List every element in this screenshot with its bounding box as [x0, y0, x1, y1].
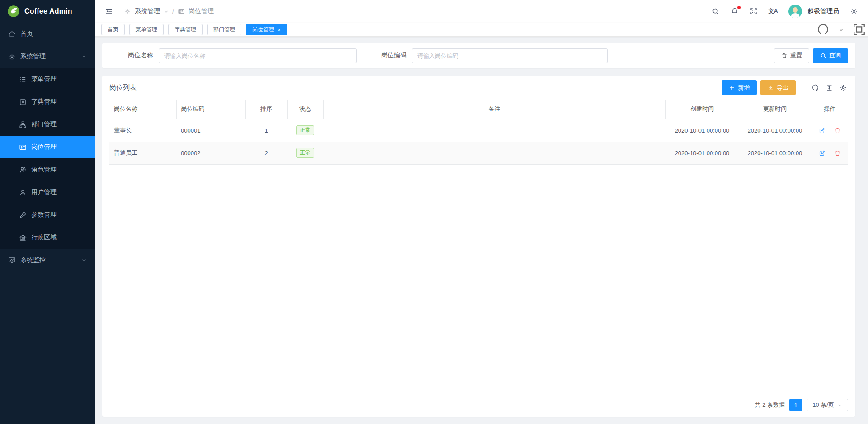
- cell-actions: [811, 142, 848, 164]
- cell-updated: 2020-10-01 00:00:00: [739, 119, 811, 142]
- row-height-icon[interactable]: [826, 84, 833, 91]
- edit-icon[interactable]: [819, 127, 826, 134]
- sidebar-item-label: 行政区域: [31, 233, 57, 242]
- tab-home[interactable]: 首页: [101, 24, 125, 35]
- tab-options-chevron-icon[interactable]: [832, 23, 850, 36]
- sidebar-item-user-management[interactable]: 用户管理: [0, 181, 95, 204]
- topbar-actions: 文A 超级管理员: [712, 5, 858, 18]
- top-bar: 系统管理 / 岗位管理: [95, 0, 868, 23]
- cell-remark: [323, 119, 665, 142]
- status-badge: 正常: [296, 148, 314, 158]
- pagination: 共 2 条数据 1 10 条/页: [109, 393, 848, 417]
- sidebar-submenu-system: 菜单管理 字典管理 部门管理: [0, 68, 95, 249]
- translate-icon[interactable]: 文A: [769, 7, 778, 15]
- chevron-up-icon: [81, 54, 87, 59]
- role-icon: [19, 166, 27, 174]
- username[interactable]: 超级管理员: [807, 7, 839, 15]
- tab-label: 部门管理: [213, 26, 235, 33]
- user-icon: [19, 189, 27, 196]
- app-logo: Coffee Admin: [0, 0, 95, 23]
- avatar[interactable]: [788, 5, 802, 18]
- menu-fold-icon[interactable]: [105, 7, 113, 15]
- list-icon: [19, 76, 27, 83]
- sidebar-item-role-management[interactable]: 角色管理: [0, 158, 95, 181]
- app-title: Coffee Admin: [24, 7, 72, 15]
- sidebar-nav: 首页 系统管理 菜单管理: [0, 23, 95, 272]
- notification-bell[interactable]: [731, 7, 739, 15]
- card-title: 岗位列表: [109, 83, 137, 92]
- wrench-icon: [19, 211, 27, 219]
- cell-post-code: 000002: [176, 142, 245, 164]
- col-actions: 操作: [811, 100, 848, 119]
- search-icon[interactable]: [712, 7, 720, 15]
- page-1-button[interactable]: 1: [789, 399, 802, 411]
- sidebar-item-label: 用户管理: [31, 188, 57, 196]
- bank-icon: [19, 234, 27, 242]
- add-button[interactable]: 新增: [722, 80, 757, 95]
- sidebar-item-menu-management[interactable]: 菜单管理: [0, 68, 95, 91]
- trash-icon: [781, 52, 788, 59]
- cell-sort: 1: [245, 119, 287, 142]
- sidebar-item-home[interactable]: 首页: [0, 23, 95, 45]
- gear-icon: [8, 53, 16, 61]
- col-created: 创建时间: [665, 100, 739, 119]
- sidebar-item-admin-region[interactable]: 行政区域: [0, 226, 95, 249]
- refresh-icon[interactable]: [811, 84, 819, 91]
- post-name-label: 岗位名称: [109, 52, 157, 60]
- id-card-icon: [178, 8, 185, 15]
- cell-sort: 2: [245, 142, 287, 164]
- post-code-input[interactable]: [412, 48, 608, 63]
- sidebar-item-label: 菜单管理: [31, 75, 57, 83]
- table-row: 普通员工 000002 2 正常 2020-10-01 00:00:00 202…: [109, 142, 848, 164]
- breadcrumb-section[interactable]: 系统管理: [135, 7, 160, 15]
- post-list-card: 岗位列表 新增 导出: [102, 76, 855, 417]
- tab-refresh-icon[interactable]: [814, 23, 832, 36]
- delete-icon[interactable]: [834, 127, 841, 134]
- post-name-group: 岗位名称: [109, 48, 357, 63]
- col-post-name: 岗位名称: [109, 100, 176, 119]
- edit-icon[interactable]: [819, 150, 826, 157]
- toolbar-divider: [804, 84, 804, 92]
- tab-maximize-icon[interactable]: [850, 23, 868, 36]
- cell-remark: [323, 142, 665, 164]
- page-size-value: 10 条/页: [812, 401, 834, 409]
- post-code-group: 岗位编码: [363, 48, 608, 63]
- settings-gear-icon[interactable]: [850, 7, 858, 15]
- export-label: 导出: [777, 84, 788, 92]
- cell-created: 2020-10-01 00:00:00: [665, 119, 739, 142]
- delete-icon[interactable]: [834, 150, 841, 157]
- tab-label: 首页: [108, 26, 118, 33]
- gear-icon: [124, 8, 131, 15]
- col-post-code: 岗位编码: [176, 100, 245, 119]
- sidebar-item-department-management[interactable]: 部门管理: [0, 113, 95, 136]
- tab-close-icon[interactable]: x: [278, 27, 281, 32]
- plus-icon: [729, 85, 735, 91]
- reset-button[interactable]: 重置: [774, 48, 809, 63]
- tab-department-management[interactable]: 部门管理: [207, 24, 241, 35]
- chevron-down-icon: [164, 9, 169, 14]
- sidebar-item-post-management[interactable]: 岗位管理: [0, 136, 95, 158]
- sidebar-item-parameter-management[interactable]: 参数管理: [0, 204, 95, 226]
- column-settings-gear-icon[interactable]: [840, 84, 847, 91]
- fullscreen-icon[interactable]: [750, 7, 758, 15]
- post-name-input[interactable]: [159, 48, 357, 63]
- query-button[interactable]: 查询: [813, 48, 848, 63]
- sidebar-item-system-management[interactable]: 系统管理: [0, 45, 95, 68]
- action-divider: [830, 128, 830, 133]
- breadcrumb-page: 岗位管理: [189, 7, 214, 15]
- sidebar-item-system-monitor[interactable]: 系统监控: [0, 249, 95, 272]
- sidebar-item-label: 角色管理: [31, 166, 57, 174]
- tab-menu-management[interactable]: 菜单管理: [129, 24, 164, 35]
- sidebar-item-label: 系统监控: [20, 256, 46, 264]
- tab-dictionary-management[interactable]: 字典管理: [168, 24, 203, 35]
- page-size-select[interactable]: 10 条/页: [807, 399, 848, 411]
- home-icon: [8, 30, 16, 38]
- page-content: 岗位名称 岗位编码 重置: [95, 37, 868, 424]
- sidebar-item-dictionary-management[interactable]: 字典管理: [0, 91, 95, 113]
- export-button[interactable]: 导出: [760, 80, 796, 95]
- main-area: 系统管理 / 岗位管理: [95, 0, 868, 424]
- tab-tools: [814, 23, 868, 36]
- tab-post-management[interactable]: 岗位管理 x: [246, 24, 287, 35]
- query-label: 查询: [829, 52, 841, 60]
- tab-label: 岗位管理: [252, 26, 274, 33]
